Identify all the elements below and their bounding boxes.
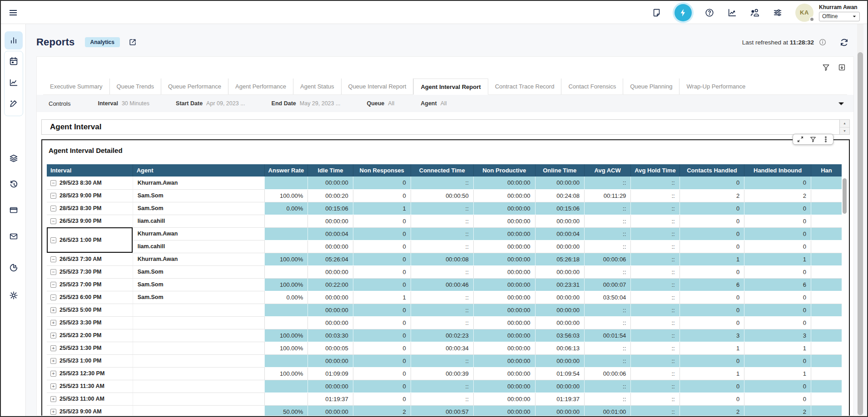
value-cell[interactable]: 0 (680, 227, 744, 240)
value-cell[interactable]: :: (631, 304, 680, 316)
value-cell[interactable]: :: (411, 240, 473, 253)
value-cell[interactable]: :: (411, 227, 473, 240)
value-cell[interactable]: 00:00:00 (535, 291, 584, 304)
download-icon[interactable] (838, 63, 846, 72)
value-cell[interactable]: :: (411, 304, 473, 316)
expand-row-icon[interactable]: + (50, 345, 56, 351)
agent-cell[interactable]: Khurram.Awan (133, 227, 264, 240)
kebab-menu-icon[interactable] (822, 136, 829, 143)
value-cell[interactable]: 00:00:00 (473, 392, 535, 405)
value-cell[interactable]: 0 (353, 177, 411, 189)
status-select[interactable]: Offline (819, 12, 860, 21)
table-row[interactable]: +25/5/23 3:30 PM00:00:000::00:00:0000:00… (47, 316, 842, 329)
collapse-row-icon[interactable]: − (50, 256, 56, 262)
value-cell[interactable]: 00:00:00 (473, 354, 535, 367)
value-cell[interactable]: 100.00% (264, 367, 308, 380)
agent-cell[interactable] (133, 392, 264, 405)
interval-cell[interactable]: −28/5/23 8:30 PM (47, 202, 133, 215)
value-cell[interactable]: :: (411, 291, 473, 304)
value-cell[interactable]: 00:15:06 (308, 202, 353, 215)
value-cell[interactable] (264, 354, 308, 367)
value-cell[interactable]: 1 (353, 291, 411, 304)
value-cell[interactable]: 1 (353, 202, 411, 215)
value-cell[interactable]: 00:00:07 (584, 278, 630, 291)
value-cell[interactable]: 0 (744, 240, 811, 253)
value-cell[interactable]: 2 (744, 189, 811, 202)
collapse-row-icon[interactable]: − (50, 193, 56, 199)
value-cell[interactable]: 00:00:00 (473, 278, 535, 291)
value-cell[interactable]: 03:50:04 (584, 291, 630, 304)
spin-up-button[interactable]: ▲ (840, 120, 849, 128)
column-header-answer-rate[interactable]: Answer Rate (264, 164, 308, 177)
tab-agent-status[interactable]: Agent Status (293, 78, 341, 94)
value-cell[interactable]: :: (584, 392, 630, 405)
table-row[interactable]: −25/5/23 7:30 PMSam.Som00:00:000::00:00:… (47, 265, 842, 278)
value-cell[interactable]: :: (631, 253, 680, 265)
control-end-date[interactable]: End DateMay 29, 2023 ... (272, 100, 341, 107)
value-cell[interactable] (264, 304, 308, 316)
table-row[interactable]: −26/5/23 1:00 PMKhurram.Awan00:00:040::0… (47, 227, 842, 240)
column-header-interval[interactable]: Interval (47, 164, 133, 177)
value-cell[interactable]: 00:00:00 (308, 316, 353, 329)
value-cell[interactable]: :: (631, 392, 680, 405)
value-cell[interactable]: 00:00:06 (584, 253, 630, 265)
help-icon[interactable] (704, 8, 714, 18)
column-header-non-productive[interactable]: Non Productive (473, 164, 535, 177)
value-cell[interactable]: 00:00:50 (411, 189, 473, 202)
value-cell[interactable] (811, 380, 842, 392)
value-cell[interactable]: 100.00% (264, 342, 308, 354)
value-cell[interactable]: 00:00:00 (473, 215, 535, 227)
value-cell[interactable]: :: (584, 380, 630, 392)
agent-cell[interactable] (133, 304, 264, 316)
value-cell[interactable]: :: (631, 227, 680, 240)
value-cell[interactable]: 00:00:00 (535, 304, 584, 316)
value-cell[interactable]: 0.00% (264, 202, 308, 215)
note-icon[interactable] (652, 8, 662, 18)
value-cell[interactable]: :: (411, 380, 473, 392)
agent-cell[interactable] (133, 342, 264, 354)
value-cell[interactable]: 00:03:30 (308, 329, 353, 342)
value-cell[interactable]: 0 (353, 265, 411, 278)
value-cell[interactable] (264, 316, 308, 329)
sidebar-item-schedule[interactable] (5, 52, 23, 70)
value-cell[interactable]: :: (631, 380, 680, 392)
column-header-online-time[interactable]: Online Time (535, 164, 584, 177)
interval-cell[interactable]: +25/5/23 1:30 PM (47, 342, 133, 354)
value-cell[interactable]: :: (584, 227, 630, 240)
value-cell[interactable]: 00:00:00 (473, 177, 535, 189)
value-cell[interactable]: 05:26:18 (535, 253, 584, 265)
expand-row-icon[interactable]: + (50, 358, 56, 364)
sidebar-item-layers[interactable] (5, 149, 23, 167)
column-header-han[interactable]: Han (811, 164, 842, 177)
agent-cell[interactable]: Sam.Som (133, 265, 264, 278)
value-cell[interactable]: 0 (744, 392, 811, 405)
value-cell[interactable]: 01:09:09 (308, 367, 353, 380)
value-cell[interactable]: 50.00% (264, 405, 308, 416)
agent-cell[interactable] (133, 380, 264, 392)
tab-contract-trace-record[interactable]: Contract Trace Record (488, 78, 562, 94)
value-cell[interactable]: 2 (353, 405, 411, 416)
interval-cell[interactable]: +25/5/23 11:30 AM (47, 380, 133, 392)
value-cell[interactable]: 0 (353, 329, 411, 342)
value-cell[interactable]: 00:00:00 (308, 291, 353, 304)
value-cell[interactable]: 00:00:00 (308, 177, 353, 189)
agent-cell[interactable] (133, 367, 264, 380)
value-cell[interactable]: 0 (680, 202, 744, 215)
value-cell[interactable]: 00:00:08 (411, 253, 473, 265)
value-cell[interactable]: :: (631, 189, 680, 202)
agent-cell[interactable]: Khurram.Awan (133, 253, 264, 265)
interval-cell[interactable]: +25/5/23 9:00 AM (47, 405, 133, 416)
agent-cell[interactable] (133, 316, 264, 329)
value-cell[interactable]: 2 (680, 189, 744, 202)
column-header-connected-time[interactable]: Connected Time (411, 164, 473, 177)
value-cell[interactable]: :: (631, 367, 680, 380)
value-cell[interactable]: 0 (353, 253, 411, 265)
value-cell[interactable] (264, 177, 308, 189)
value-cell[interactable]: 00:00:05 (308, 342, 353, 354)
value-cell[interactable]: 00:00:04 (308, 227, 353, 240)
value-cell[interactable]: 01:09:54 (535, 367, 584, 380)
value-cell[interactable]: 0 (744, 291, 811, 304)
agent-cell[interactable] (133, 329, 264, 342)
agent-cell[interactable]: Sam.Som (133, 291, 264, 304)
table-row[interactable]: +25/5/23 11:30 AM00:00:000::00:00:0000:0… (47, 380, 842, 392)
